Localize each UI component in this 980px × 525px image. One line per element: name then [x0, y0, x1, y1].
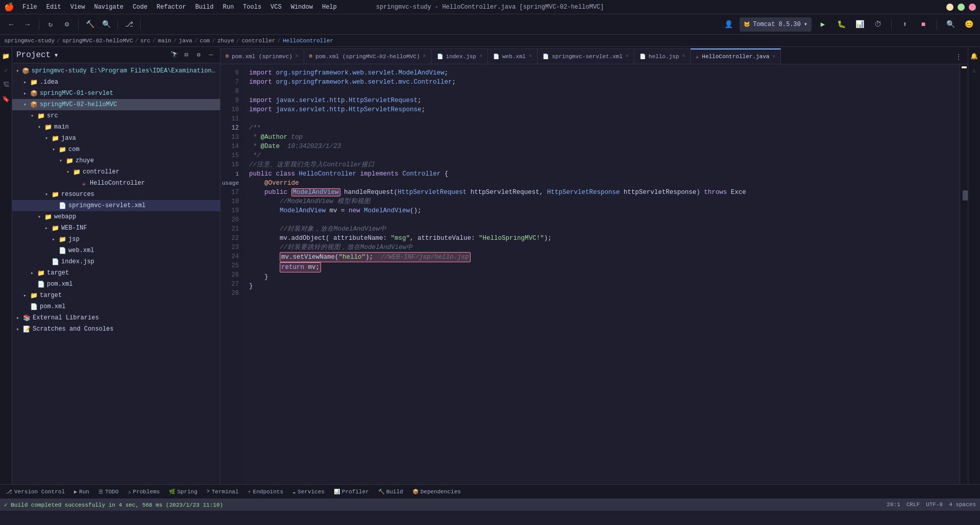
tree-target-root[interactable]: ▸ 📁 target	[12, 290, 220, 301]
tree-src[interactable]: ▾ 📁 src	[12, 110, 220, 121]
toolbar-forward-button[interactable]: →	[20, 17, 35, 32]
bottom-tab-services[interactable]: ☁ Services	[288, 486, 329, 498]
tab-close-pom-sprinmvc[interactable]: ×	[296, 54, 299, 59]
tab-index-jsp[interactable]: 📄 index.jsp ×	[432, 48, 488, 64]
search-button[interactable]: 🔍	[99, 17, 113, 32]
tab-web-xml[interactable]: 📄 web.xml ×	[488, 48, 537, 64]
collapse-all-button[interactable]: ⊟	[181, 50, 191, 60]
tree-jsp-folder[interactable]: ▸ 📁 jsp	[12, 234, 220, 245]
bottom-tab-vcs[interactable]: ⎇ Version Control	[2, 486, 69, 498]
breadcrumb-java[interactable]: java	[179, 38, 192, 44]
tab-close-pom-02[interactable]: ×	[423, 54, 426, 59]
bottom-tab-todo[interactable]: ☰ TODO	[94, 486, 122, 498]
breadcrumb-com[interactable]: com	[200, 38, 210, 44]
bottom-tab-profiler[interactable]: 📊 Profiler	[330, 486, 373, 498]
tab-close-hello-ctrl[interactable]: ×	[772, 54, 775, 60]
tab-pom-02[interactable]: m pom.xml (springMVC-02-helloMVC) ×	[304, 48, 432, 64]
build-button[interactable]: 🔨	[83, 17, 97, 32]
line-ending[interactable]: CRLF	[906, 502, 920, 508]
tree-com[interactable]: ▾ 📁 com	[12, 144, 220, 155]
global-search-button[interactable]: 🔍	[943, 17, 958, 32]
breadcrumb-root[interactable]: springmvc-study	[4, 38, 55, 44]
tab-close-hello-jsp[interactable]: ×	[682, 54, 685, 59]
menu-view[interactable]: View	[66, 3, 89, 12]
hide-project-button[interactable]: —	[206, 50, 216, 60]
menu-build[interactable]: Build	[191, 3, 217, 12]
tree-webinf[interactable]: ▸ 📁 WEB-INF	[12, 222, 220, 234]
tab-close-web-xml[interactable]: ×	[529, 54, 532, 59]
menu-run[interactable]: Run	[218, 3, 238, 12]
menu-refactor[interactable]: Refactor	[153, 3, 190, 12]
tree-resources[interactable]: ▾ 📁 resources	[12, 189, 220, 200]
tree-module02[interactable]: ▾ 📦 springMVC-02-helloMVC	[12, 99, 220, 110]
user-button[interactable]: 👤	[721, 17, 736, 32]
stop-button[interactable]: ■	[916, 17, 930, 32]
bookmarks-icon[interactable]: 🔖	[1, 94, 11, 104]
menu-vcs[interactable]: VCS	[266, 3, 286, 12]
tree-idea[interactable]: ▸ 📁 .idea	[12, 77, 220, 88]
bottom-tab-endpoints[interactable]: ⚡ Endpoints	[244, 486, 287, 498]
tree-controller[interactable]: ▾ 📁 controller	[12, 166, 220, 178]
scroll-thumb[interactable]	[963, 190, 968, 201]
breadcrumb-src[interactable]: src	[140, 38, 151, 44]
cursor-position[interactable]: 28:1	[887, 502, 900, 508]
project-icon[interactable]: 📁	[1, 51, 11, 61]
notifications-icon[interactable]: 🔔	[969, 51, 979, 61]
scope-button[interactable]: 🔭	[169, 50, 179, 60]
code-editor[interactable]: ★ ✦ ★ ✧ ★	[220, 64, 968, 484]
tab-pom-sprinmvc[interactable]: m pom.xml (sprinmvc) ×	[220, 48, 304, 64]
update-button[interactable]: ⬆	[898, 17, 912, 32]
debug-button[interactable]: 🐛	[834, 17, 848, 32]
tree-zhuye[interactable]: ▾ 📁 zhuye	[12, 155, 220, 166]
menu-edit[interactable]: Edit	[42, 3, 65, 12]
close-button[interactable]: ×	[969, 4, 976, 11]
tree-java-folder[interactable]: ▾ 📁 java	[12, 133, 220, 144]
tree-pom-module[interactable]: ▸ 📄 pom.xml	[12, 279, 220, 290]
bottom-tab-run[interactable]: ▶ Run	[70, 486, 93, 498]
menu-tools[interactable]: Tools	[239, 3, 265, 12]
menu-window[interactable]: Window	[287, 3, 317, 12]
coverage-button[interactable]: 📊	[852, 17, 867, 32]
tab-more-button[interactable]: ⋮	[951, 49, 966, 64]
tree-webapp[interactable]: ▾ 📁 webapp	[12, 211, 220, 222]
bottom-tab-problems[interactable]: ⚠ Problems	[124, 486, 164, 498]
settings-button[interactable]: ⚙	[60, 17, 74, 32]
profile-button[interactable]: ⏱	[871, 17, 885, 32]
tab-close-index-jsp[interactable]: ×	[479, 54, 482, 59]
bottom-tab-build[interactable]: 🔨 Build	[374, 486, 407, 498]
project-dropdown-icon[interactable]: ▾	[54, 50, 59, 60]
tab-hello-controller[interactable]: ☕ HelloController.java ×	[691, 48, 781, 64]
tree-external-libs[interactable]: ▸ 📚 External Libraries	[12, 312, 220, 323]
run-button[interactable]: ▶	[816, 17, 830, 32]
commit-icon[interactable]: ✓	[1, 65, 11, 76]
bottom-tab-terminal[interactable]: > Terminal	[203, 486, 243, 498]
sync-button[interactable]: ↻	[43, 17, 58, 32]
settings-project-button[interactable]: ⚙	[193, 50, 204, 60]
bottom-tab-dependencies[interactable]: 📦 Dependencies	[408, 486, 465, 498]
run-configuration[interactable]: 🐱 Tomcat 8.5.30 ▾	[740, 17, 812, 32]
tree-main[interactable]: ▾ 📁 main	[12, 121, 220, 133]
breadcrumb-controller[interactable]: controller	[241, 38, 275, 44]
tree-root[interactable]: ▾ 📦 springmvc-study E:\Program Files\IDE…	[12, 65, 220, 77]
menu-file[interactable]: File	[18, 3, 41, 12]
breadcrumb-main[interactable]: main	[158, 38, 171, 44]
tree-pom-root[interactable]: ▸ 📄 pom.xml	[12, 301, 220, 312]
bottom-tab-spring[interactable]: 🌿 Spring	[165, 486, 202, 498]
code-content[interactable]: import org.springframework.web.servlet.M…	[245, 64, 960, 484]
minimize-button[interactable]: −	[946, 4, 953, 11]
tree-index-jsp[interactable]: ▸ 📄 index.jsp	[12, 256, 220, 267]
vcs-button[interactable]: ⎇	[122, 17, 136, 32]
tab-hello-jsp[interactable]: 📄 hello.jsp ×	[634, 48, 691, 64]
avatar-button[interactable]: 😊	[962, 17, 976, 32]
tab-close-sm-servlet[interactable]: ×	[626, 54, 629, 59]
menu-code[interactable]: Code	[129, 3, 152, 12]
breadcrumb-module[interactable]: springMVC-02-helloMVC	[62, 38, 133, 44]
problems-sidebar-icon[interactable]: ⚠	[969, 65, 979, 76]
tree-springmvc-servlet[interactable]: ▸ 📄 springmvc-servlet.xml	[12, 200, 220, 211]
toolbar-back-button[interactable]: ←	[4, 17, 18, 32]
tree-target-module[interactable]: ▸ 📁 target	[12, 267, 220, 279]
tab-springmvc-servlet[interactable]: 📄 springmvc-servlet.xml ×	[537, 48, 634, 64]
breadcrumb-zhuye[interactable]: zhuye	[217, 38, 234, 44]
tree-web-xml[interactable]: ▸ 📄 web.xml	[12, 245, 220, 256]
indent[interactable]: 4 spaces	[949, 502, 976, 508]
